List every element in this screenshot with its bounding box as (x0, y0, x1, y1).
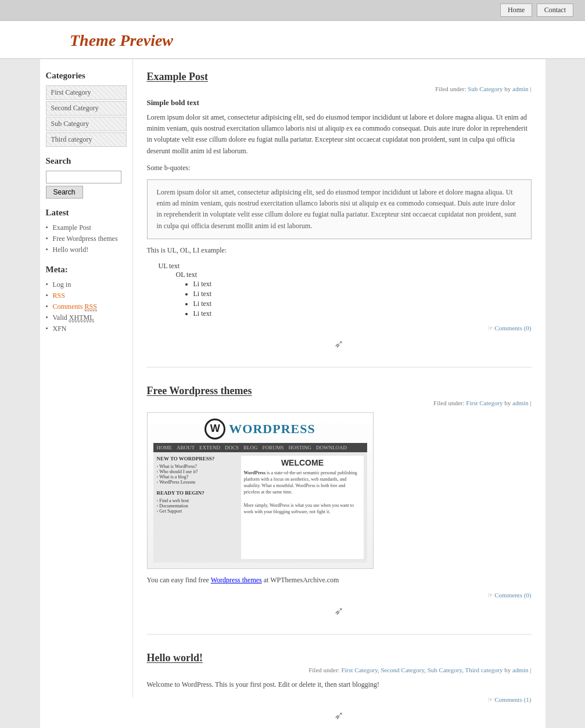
category-link-second[interactable]: Second Category (46, 102, 126, 115)
wordpress-themes-link[interactable]: Wordpress themes (211, 576, 262, 584)
category-link-third[interactable]: Third category (46, 133, 126, 146)
main-wrapper: Categories First Category Second Categor… (40, 59, 545, 728)
wp-logo-text: WordPress (229, 421, 315, 437)
comments-link: ☞ Comments (0) (147, 592, 532, 599)
post-author-link[interactable]: admin (512, 666, 529, 673)
ol-text: OL text (176, 271, 532, 279)
list-item: Li text (193, 299, 532, 309)
site-title-bar: Theme Preview (0, 21, 585, 59)
post-subtitle: Simple bold text (147, 98, 532, 107)
post-body: W WordPress HOMEABOUTEXTENDDOCSBLOGFORUM… (147, 412, 532, 586)
meta-login-link[interactable]: Log in (53, 280, 71, 289)
comments-anchor[interactable]: Comments (1) (494, 696, 531, 703)
blockquote: Lorem ipsum dolor sit amet, consectetur … (147, 179, 532, 239)
post-category-link-third[interactable]: Third category (465, 666, 503, 673)
comment-icon: ☞ (487, 325, 493, 331)
search-form (46, 171, 127, 199)
ul-ol-section: UL text OL text Li text Li text Li text … (147, 262, 532, 319)
comment-icon: ☞ (487, 592, 493, 599)
meta-valid-xhtml-link[interactable]: Valid XHTML (53, 313, 94, 322)
ul-ol-label: This is UL, OL, LI example: (147, 245, 532, 256)
main-content: Example Post Filed under: Sub Category b… (133, 59, 545, 728)
home-nav-link[interactable]: Home (500, 3, 532, 17)
list-item: Sub Category (46, 117, 127, 131)
categories-list: First Category Second Category Sub Categ… (46, 85, 127, 147)
latest-list: Example Post Free Wordpress themes Hello… (46, 222, 127, 255)
wp-logo: W WordPress (204, 419, 315, 439)
post-body: Simple bold text Lorem ipsum dolor sit a… (147, 98, 532, 319)
comments-anchor[interactable]: Comments (0) (494, 325, 531, 331)
list-item: RSS (46, 290, 127, 301)
comment-icon: ☞ (487, 696, 493, 703)
post-paragraph: Lorem ipsum dolor sit amet, consectetur … (147, 112, 532, 157)
li-list: Li text Li text Li text Li text (193, 279, 532, 319)
post-hello-world: Hello world! Filed under: First Category… (147, 652, 532, 728)
list-item: Third category (46, 132, 127, 147)
post-meta: Filed under: First Category by admin | (147, 399, 532, 406)
list-item: Li text (193, 289, 532, 299)
permalink-icon: ➶ (147, 337, 532, 351)
list-item: Second Category (46, 101, 127, 116)
post-example-post: Example Post Filed under: Sub Category b… (147, 71, 532, 367)
comments-link: ☞ Comments (0) (147, 325, 532, 332)
post-category-link[interactable]: First Category (466, 399, 503, 406)
post-body: Welcome to WordPress. This is your first… (147, 679, 532, 690)
sidebar: Categories First Category Second Categor… (40, 59, 133, 698)
permalink-icon: ➶ (147, 604, 532, 618)
list-item: Li text (193, 279, 532, 289)
post-free-wordpress-themes: Free Wordpress themes Filed under: First… (147, 385, 532, 635)
post-category-link-first[interactable]: First Category (341, 666, 378, 673)
permalink-icon: ➶ (147, 708, 532, 722)
wp-content-area: NEW TO WORDPRESS? ◦ What is WordPress? ◦… (153, 452, 367, 563)
bquotes-label: Some b-quotes: (147, 163, 532, 174)
post-author-link[interactable]: admin (512, 85, 529, 92)
search-section-title: Search (46, 156, 127, 166)
post-paragraph: Welcome to WordPress. This is your first… (147, 679, 532, 690)
comments-link: ☞ Comments (1) (147, 696, 532, 704)
list-item: Valid XHTML (46, 312, 127, 323)
category-link-first[interactable]: First Category (46, 86, 126, 99)
site-title: Theme Preview (70, 31, 573, 50)
header-nav: Home Contact (0, 0, 585, 21)
latest-link-example[interactable]: Example Post (53, 224, 91, 232)
list-item: First Category (46, 85, 127, 100)
list-item: XFN (46, 323, 127, 334)
wp-right-col: WELCOME WordPress is a state-of-the-art … (241, 456, 363, 559)
wp-logo-circle: W (204, 419, 225, 439)
wordpress-screenshot: W WordPress HOMEABOUTEXTENDDOCSBLOGFORUM… (147, 412, 374, 569)
latest-link-wordpress[interactable]: Free Wordpress themes (53, 235, 118, 243)
latest-link-hello[interactable]: Hello world! (53, 246, 89, 254)
categories-title: Categories (46, 71, 127, 81)
wp-nav-bar: HOMEABOUTEXTENDDOCSBLOGFORUMSHOSTINGDOWN… (153, 443, 367, 452)
search-input[interactable] (46, 171, 121, 183)
wp-left-col: NEW TO WORDPRESS? ◦ What is WordPress? ◦… (157, 456, 238, 559)
post-meta: Filed under: First Category, Second Cate… (147, 666, 532, 673)
post-meta: Filed under: Sub Category by admin | (147, 85, 532, 92)
meta-section-title: Meta: (46, 265, 127, 275)
list-item: Log in (46, 279, 127, 290)
comments-anchor[interactable]: Comments (0) (494, 592, 531, 599)
post-category-link[interactable]: Sub Category (468, 85, 503, 92)
post-title: Example Post (147, 71, 532, 83)
post-category-link-second[interactable]: Second Category (381, 666, 424, 673)
list-item: Free Wordpress themes (46, 233, 127, 244)
list-item: Comments RSS (46, 301, 127, 312)
category-link-sub[interactable]: Sub Category (46, 117, 126, 131)
post-title: Hello world! (147, 652, 532, 664)
post-title: Free Wordpress themes (147, 385, 532, 397)
meta-rss-link[interactable]: RSS (53, 291, 65, 300)
search-button[interactable] (46, 186, 83, 199)
meta-list: Log in RSS Comments RSS Valid XHTML XFN (46, 279, 127, 334)
list-item: Li text (193, 309, 532, 319)
post-author-link[interactable]: admin (512, 399, 529, 406)
ul-text: UL text (159, 262, 532, 271)
list-item: Hello world! (46, 244, 127, 255)
post-category-link-sub[interactable]: Sub Category (428, 666, 462, 673)
contact-nav-link[interactable]: Contact (537, 3, 573, 17)
wp-themes-text: You can easy find free Wordpress themes … (147, 575, 532, 586)
meta-comments-rss-link[interactable]: Comments RSS (53, 302, 97, 311)
latest-section-title: Latest (46, 208, 127, 218)
meta-xfn-link[interactable]: XFN (53, 325, 67, 333)
list-item: Example Post (46, 222, 127, 233)
